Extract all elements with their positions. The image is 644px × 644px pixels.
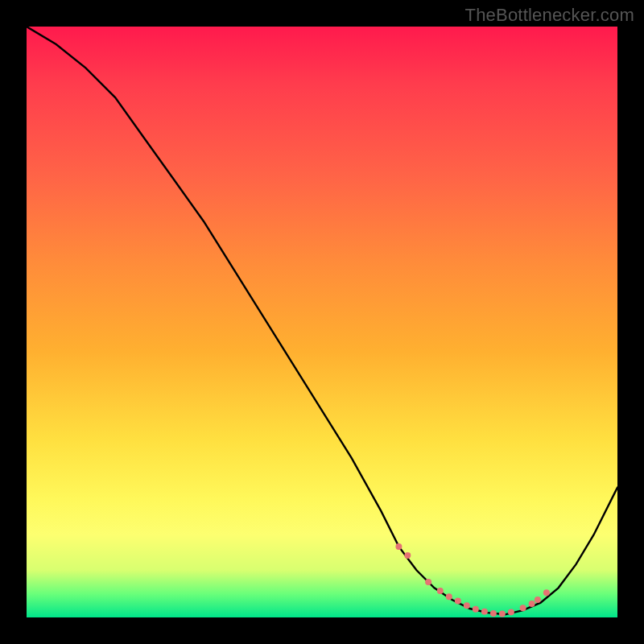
- highlight-dot: [535, 597, 541, 603]
- attribution-text: TheBottlenecker.com: [465, 5, 634, 26]
- highlight-dot: [473, 606, 479, 613]
- highlight-dot: [499, 611, 506, 617]
- highlight-dots-group: [395, 543, 550, 617]
- chart-frame: TheBottlenecker.com: [0, 0, 644, 644]
- highlight-dot: [520, 605, 526, 611]
- highlight-dot: [464, 602, 470, 609]
- highlight-dot: [425, 579, 431, 585]
- highlight-dot: [490, 610, 497, 617]
- highlight-dot: [404, 552, 411, 559]
- highlight-dot: [446, 593, 452, 600]
- highlight-dot: [508, 609, 514, 615]
- highlight-dot: [529, 601, 535, 607]
- highlight-dot: [437, 588, 444, 594]
- plot-gradient-area: [27, 27, 617, 617]
- bottleneck-curve: [27, 27, 617, 614]
- highlight-dot: [395, 543, 402, 550]
- highlight-dot: [455, 597, 461, 604]
- highlight-dot: [543, 589, 550, 596]
- chart-overlay: [27, 27, 617, 617]
- highlight-dot: [481, 609, 488, 615]
